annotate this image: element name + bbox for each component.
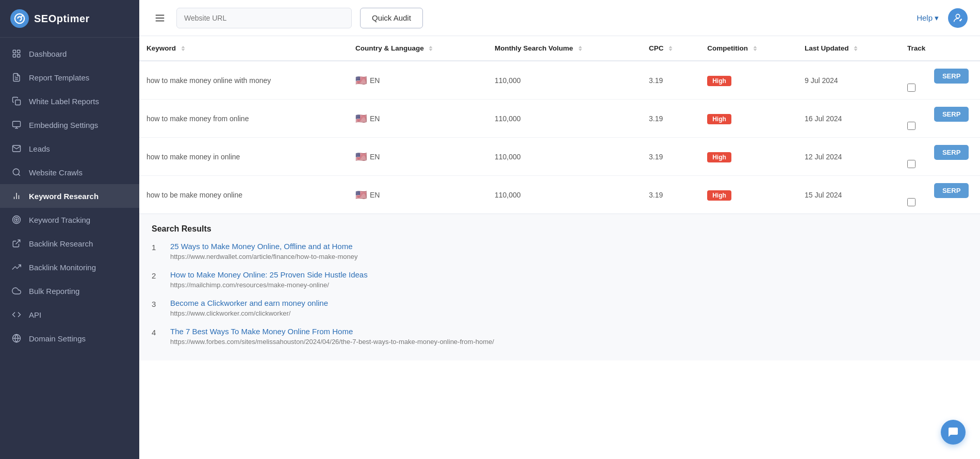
- sidebar-item-dashboard[interactable]: Dashboard: [0, 42, 139, 65]
- sidebar-item-keyword-research[interactable]: Keyword Research: [0, 184, 139, 208]
- search-results-section: Search Results 1 25 Ways to Make Money O…: [139, 214, 980, 360]
- flag-icon: 🇺🇸: [355, 189, 367, 201]
- result-content: The 7 Best Ways To Make Money Online Fro…: [170, 327, 968, 346]
- sidebar-item-backlink-monitoring[interactable]: Backlink Monitoring: [0, 255, 139, 279]
- sidebar-item-label: Domain Settings: [29, 334, 86, 343]
- sidebar-item-backlink-research[interactable]: Backlink Research: [0, 232, 139, 255]
- sidebar-item-white-label[interactable]: White Label Reports: [0, 89, 139, 113]
- sidebar-item-label: Embedding Settings: [29, 121, 98, 129]
- file-text-icon: [11, 72, 22, 83]
- cell-cpc: 3.19: [642, 138, 700, 176]
- cell-competition: High: [700, 138, 797, 176]
- track-checkbox[interactable]: [907, 160, 916, 168]
- sort-icon-updated[interactable]: [853, 46, 858, 51]
- sort-icon-volume[interactable]: [578, 46, 583, 51]
- search-results-title: Search Results: [152, 224, 968, 234]
- cell-volume: 110,000: [487, 100, 642, 138]
- svg-point-11: [13, 169, 19, 175]
- sort-icon-competition[interactable]: [753, 46, 758, 51]
- search-results-list: 1 25 Ways to Make Money Online, Offline …: [152, 242, 968, 346]
- sidebar-item-leads[interactable]: Leads: [0, 137, 139, 160]
- svg-rect-1: [18, 50, 20, 53]
- result-content: How to Make Money Online: 25 Proven Side…: [170, 270, 968, 289]
- cell-cpc: 3.19: [642, 61, 700, 100]
- language-code: EN: [370, 76, 380, 85]
- quick-audit-button[interactable]: Quick Audit: [360, 8, 423, 28]
- flag-icon: 🇺🇸: [355, 113, 367, 124]
- sidebar-item-keyword-tracking[interactable]: Keyword Tracking: [0, 208, 139, 232]
- cell-volume: 110,000: [487, 176, 642, 214]
- th-last-updated: Last Updated: [797, 36, 900, 61]
- sidebar-item-report-templates[interactable]: Report Templates: [0, 65, 139, 89]
- sort-icon-cpc[interactable]: [668, 46, 673, 51]
- code-icon: [11, 309, 22, 320]
- language-code: EN: [370, 114, 380, 123]
- table-header-row: Keyword Country & Language Monthly Searc…: [139, 36, 980, 61]
- topbar: Quick Audit Help ▾ ✓: [139, 0, 980, 36]
- track-checkbox[interactable]: [907, 84, 916, 92]
- result-number: 2: [152, 270, 161, 280]
- result-number: 3: [152, 299, 161, 308]
- result-title-link[interactable]: 25 Ways to Make Money Online, Offline an…: [170, 242, 968, 251]
- result-content: Become a Clickworker and earn money onli…: [170, 299, 968, 318]
- globe-icon: [11, 333, 22, 343]
- sort-icon-country[interactable]: [428, 46, 433, 51]
- result-url: https://www.forbes.com/sites/melissahous…: [170, 338, 494, 346]
- external-link-icon: [11, 238, 22, 249]
- serp-button[interactable]: SERP: [934, 145, 969, 160]
- url-input[interactable]: [176, 8, 352, 28]
- table-row: how to make money in online 🇺🇸 EN 110,00…: [139, 138, 980, 176]
- serp-button[interactable]: SERP: [934, 107, 969, 122]
- user-avatar[interactable]: ✓: [948, 8, 968, 28]
- cell-competition: High: [700, 176, 797, 214]
- search-result-item: 1 25 Ways to Make Money Online, Offline …: [152, 242, 968, 261]
- th-country-language: Country & Language: [348, 36, 487, 61]
- logo-text: SEOptimer: [34, 13, 90, 25]
- result-title-link[interactable]: Become a Clickworker and earn money onli…: [170, 299, 968, 307]
- th-monthly-search: Monthly Search Volume: [487, 36, 642, 61]
- content-area: Keyword Country & Language Monthly Searc…: [139, 36, 980, 459]
- competition-badge: High: [707, 114, 731, 124]
- sidebar-item-label: White Label Reports: [29, 97, 99, 106]
- track-checkbox[interactable]: [907, 122, 916, 130]
- cell-keyword: how to be make money online: [139, 176, 348, 214]
- track-checkbox[interactable]: [907, 198, 916, 206]
- result-title-link[interactable]: The 7 Best Ways To Make Money Online Fro…: [170, 327, 968, 336]
- table-row: how to be make money online 🇺🇸 EN 110,00…: [139, 176, 980, 214]
- logo-container[interactable]: SEOptimer: [0, 0, 139, 38]
- sidebar-item-domain-settings[interactable]: Domain Settings: [0, 326, 139, 350]
- result-number: 1: [152, 242, 161, 252]
- search-icon: [11, 167, 22, 177]
- cell-country: 🇺🇸 EN: [348, 176, 487, 214]
- serp-button[interactable]: SERP: [934, 183, 969, 198]
- cell-last-updated: 12 Jul 2024: [797, 138, 900, 176]
- result-title-link[interactable]: How to Make Money Online: 25 Proven Side…: [170, 270, 968, 279]
- chat-bubble-button[interactable]: [941, 420, 966, 445]
- sidebar-item-bulk-reporting[interactable]: Bulk Reporting: [0, 279, 139, 303]
- th-competition: Competition: [700, 36, 797, 61]
- sidebar-item-label: Keyword Research: [29, 192, 99, 201]
- search-result-item: 4 The 7 Best Ways To Make Money Online F…: [152, 327, 968, 346]
- serp-button[interactable]: SERP: [934, 69, 969, 84]
- cell-volume: 110,000: [487, 61, 642, 100]
- sidebar-item-embedding[interactable]: Embedding Settings: [0, 113, 139, 137]
- main-container: Quick Audit Help ▾ ✓ Keyword: [139, 0, 980, 459]
- svg-rect-3: [18, 55, 20, 57]
- cloud-icon: [11, 286, 22, 296]
- sort-icon-keyword[interactable]: [181, 46, 186, 51]
- cell-last-updated: 16 Jul 2024: [797, 100, 900, 138]
- th-cpc: CPC: [642, 36, 700, 61]
- cell-cpc: 3.19: [642, 176, 700, 214]
- svg-text:✓: ✓: [959, 19, 962, 22]
- hamburger-button[interactable]: [152, 10, 168, 26]
- help-button[interactable]: Help ▾: [917, 13, 939, 23]
- cell-track: SERP: [900, 176, 980, 214]
- sidebar-item-website-crawls[interactable]: Website Crawls: [0, 160, 139, 184]
- copy-icon: [11, 96, 22, 106]
- svg-line-19: [16, 240, 20, 244]
- sidebar-item-api[interactable]: API: [0, 303, 139, 326]
- language-code: EN: [370, 153, 380, 161]
- cell-track: SERP: [900, 61, 980, 100]
- cell-keyword: how to make money from online: [139, 100, 348, 138]
- sidebar: SEOptimer Dashboard Report Templates Whi…: [0, 0, 139, 459]
